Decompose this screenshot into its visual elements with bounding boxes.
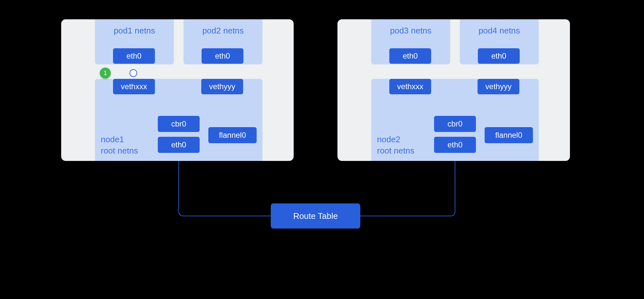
network-diagram: pod1 netns eth0 pod2 netns eth0 vethxxx … (61, 19, 570, 257)
route-table-box: Route Table (271, 203, 360, 229)
node2-vethxxx-box: vethxxx (389, 79, 431, 94)
node1-card: pod1 netns eth0 pod2 netns eth0 vethxxx … (61, 19, 294, 161)
pod3-netns-panel: pod3 netns eth0 (371, 19, 450, 64)
pod1-netns-panel: pod1 netns eth0 (95, 19, 174, 64)
pod4-eth0-box: eth0 (478, 48, 520, 64)
node2-card: pod3 netns eth0 pod4 netns eth0 vethxxx … (337, 19, 570, 161)
pod2-netns-panel: pod2 netns eth0 (184, 19, 262, 64)
pod1-title: pod1 netns (95, 19, 174, 36)
node1-flannel0-box: flannel0 (208, 127, 257, 143)
pod3-title: pod3 netns (371, 19, 450, 36)
node1-label-line2: root netns (101, 146, 138, 155)
pod4-title: pod4 netns (460, 19, 539, 36)
node1-eth0-box: eth0 (158, 137, 200, 153)
pod3-eth0-box: eth0 (389, 48, 431, 64)
pod1-eth0-box: eth0 (113, 48, 155, 64)
node1-vethyyy-box: vethyyy (201, 79, 243, 94)
node2-vethyyy-box: vethyyy (478, 79, 519, 94)
node1-root-netns-panel: vethxxx vethyyy cbr0 flannel0 eth0 node1… (95, 79, 262, 161)
node2-label-line1: node2 (377, 135, 400, 144)
veth-pair-marker (129, 69, 137, 77)
node2-root-label: node2 root netns (377, 134, 414, 156)
node1-root-label: node1 root netns (101, 134, 138, 156)
node1-label-line1: node1 (101, 135, 124, 144)
node2-flannel0-box: flannel0 (485, 127, 533, 143)
node1-cbr0-box: cbr0 (158, 116, 200, 132)
node2-label-line2: root netns (377, 146, 414, 155)
node2-root-netns-panel: vethxxx vethyyy cbr0 flannel0 eth0 node2… (371, 79, 539, 161)
node2-cbr0-box: cbr0 (434, 116, 476, 132)
pod4-netns-panel: pod4 netns eth0 (460, 19, 539, 64)
pod2-eth0-box: eth0 (202, 48, 243, 64)
pod2-title: pod2 netns (184, 19, 262, 36)
node1-vethxxx-box: vethxxx (113, 79, 155, 94)
step-1-badge: 1 (100, 68, 111, 79)
node2-eth0-box: eth0 (434, 137, 476, 153)
